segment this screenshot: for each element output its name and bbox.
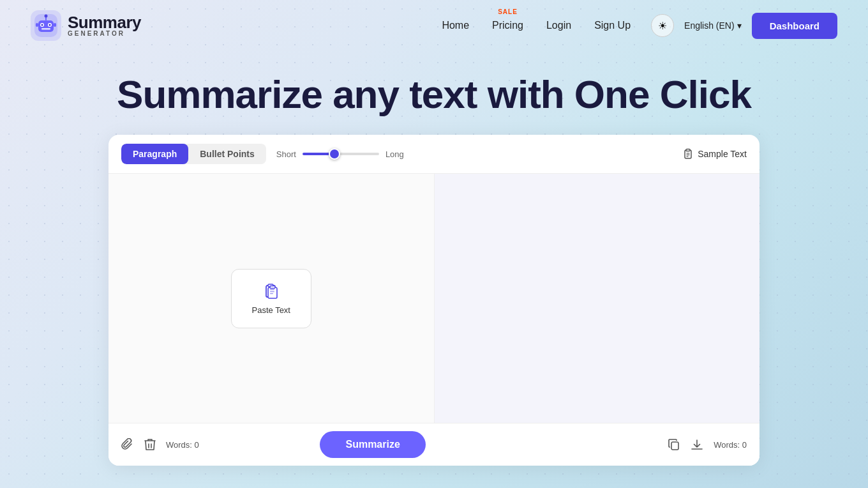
language-selector[interactable]: English (EN) ▾	[684, 20, 742, 31]
nav-right: ☀ English (EN) ▾ Dashboard	[651, 13, 837, 39]
copy-icon	[668, 438, 680, 451]
download-output-button[interactable]	[691, 438, 703, 451]
svg-rect-22	[268, 287, 277, 298]
sample-text-button[interactable]: Sample Text	[682, 148, 747, 160]
hero-section: Summarize any text with One Click	[0, 51, 868, 135]
tab-group: Paragraph Bullet Points	[121, 144, 266, 164]
svg-point-9	[45, 15, 48, 18]
copy-output-button[interactable]	[668, 438, 680, 451]
dashboard-button[interactable]: Dashboard	[752, 13, 837, 39]
input-word-count: Words: 0	[166, 440, 199, 450]
sale-badge: SALE	[498, 8, 518, 15]
nav-home[interactable]: Home	[442, 20, 469, 31]
output-word-count: Words: 0	[714, 440, 747, 450]
bottom-left: Words: 0	[121, 438, 199, 451]
input-pane[interactable]: Paste Text	[108, 174, 435, 423]
svg-rect-13	[686, 149, 690, 151]
main-card: Paragraph Bullet Points Short Long Sampl…	[108, 135, 760, 466]
trash-icon	[144, 438, 156, 451]
length-slider[interactable]	[303, 153, 379, 155]
hero-title: Summarize any text with One Click	[0, 72, 868, 117]
sun-icon: ☀	[658, 20, 667, 32]
svg-rect-11	[54, 23, 56, 27]
nav-links: Home SALE Pricing Login Sign Up	[442, 20, 631, 31]
editor-row: Paste Text	[108, 174, 760, 423]
logo-icon	[31, 10, 61, 41]
logo-subtitle: GENERATOR	[68, 31, 141, 37]
svg-rect-26	[270, 293, 273, 294]
svg-point-6	[49, 24, 51, 26]
chevron-down-icon: ▾	[737, 20, 742, 31]
paste-icon	[262, 282, 280, 300]
download-icon	[691, 438, 703, 451]
nav-pricing[interactable]: SALE Pricing	[492, 20, 523, 31]
svg-rect-10	[36, 23, 38, 27]
tab-paragraph[interactable]: Paragraph	[121, 144, 188, 164]
svg-rect-7	[41, 28, 50, 30]
svg-rect-27	[671, 442, 678, 450]
paperclip-icon	[121, 438, 134, 451]
theme-toggle-button[interactable]: ☀	[651, 14, 674, 37]
navbar: Summary GENERATOR Home SALE Pricing Logi…	[0, 0, 868, 51]
clipboard-icon	[682, 148, 694, 160]
slider-short-label: Short	[276, 149, 296, 159]
delete-button[interactable]	[144, 438, 156, 451]
summarize-button[interactable]: Summarize	[320, 431, 425, 458]
paste-label: Paste Text	[252, 305, 290, 315]
card-bottom: Words: 0 Summarize Words: 0	[108, 423, 760, 466]
svg-rect-24	[270, 289, 274, 290]
paste-text-button[interactable]: Paste Text	[231, 269, 311, 328]
tab-bullets[interactable]: Bullet Points	[188, 144, 266, 164]
svg-rect-2	[38, 20, 54, 32]
card-toolbar: Paragraph Bullet Points Short Long Sampl…	[108, 135, 760, 174]
bottom-right: Words: 0	[668, 438, 747, 451]
slider-long-label: Long	[385, 149, 404, 159]
svg-rect-23	[270, 286, 275, 288]
svg-point-5	[41, 24, 43, 26]
nav-login[interactable]: Login	[546, 20, 571, 31]
nav-signup[interactable]: Sign Up	[594, 20, 631, 31]
output-pane	[435, 174, 760, 423]
slider-group: Short Long	[276, 149, 404, 159]
attach-button[interactable]	[121, 438, 134, 451]
logo-title: Summary	[68, 14, 141, 31]
logo[interactable]: Summary GENERATOR	[31, 10, 141, 41]
svg-rect-25	[270, 291, 274, 292]
